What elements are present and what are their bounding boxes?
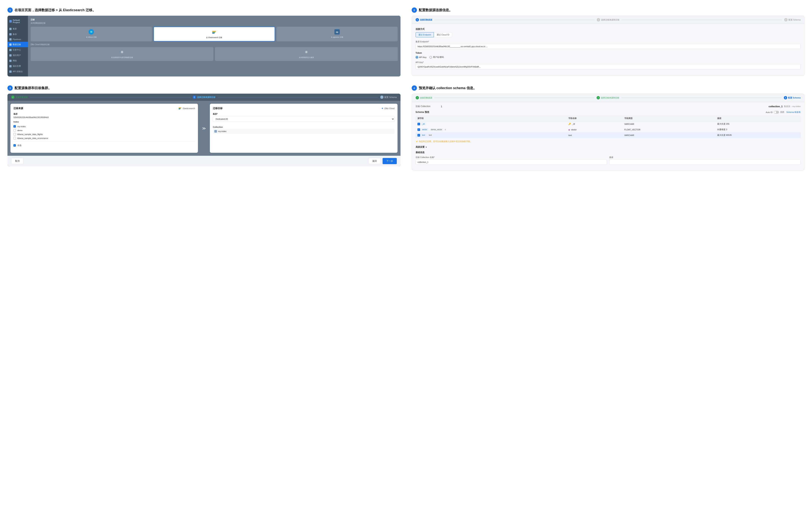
radio-user-pass[interactable]: 用户名/密码 <box>430 56 444 59</box>
step4-wizard-label2: 选择迁移来源和目标 <box>601 97 619 99</box>
back-button[interactable]: 返回 <box>368 158 381 164</box>
row-check-1[interactable]: ✓ <box>418 123 420 125</box>
sidebar-item-cluster[interactable]: 集群 <box>8 26 28 31</box>
tag-text-source: text <box>421 134 426 136</box>
field-type-3: VARCHAR <box>623 132 715 138</box>
card-elasticsearch[interactable]: 从 Elasticsearch 迁移 <box>154 27 275 41</box>
field-name-1: _id <box>572 123 575 125</box>
es-logo-small <box>179 107 181 109</box>
es-card-label: 从 Elasticsearch 迁移 <box>155 36 273 39</box>
tag-dense: dense_vector <box>430 128 443 131</box>
next-button[interactable]: 下一步 <box>382 158 397 164</box>
index-label-my-index: my-index <box>17 125 26 128</box>
sidebar-item-tasks[interactable]: 任务中心 <box>8 47 28 53</box>
step3-badge: 3 <box>8 85 13 91</box>
index-item-select-all[interactable]: 全选 <box>13 143 195 148</box>
index-item-my-index[interactable]: my-index <box>13 125 195 128</box>
step3-wizard-label3: 配置 Schema <box>385 96 396 99</box>
checkbox-demo[interactable] <box>13 129 16 131</box>
step3-wizard-step2: 2 选择迁移来源和目标 <box>193 96 215 99</box>
schema-mapping-link[interactable]: Schema 映射表 <box>786 111 801 114</box>
index-list: my-index demo kibana_sample_data_flights <box>13 125 195 148</box>
api-key-group: API Key* <box>416 61 801 69</box>
target-cluster-label: 集群* <box>213 113 394 115</box>
step3-content: 迁移来源 Elasticsearch 集群 52b93261f1f <box>8 101 401 156</box>
sidebar-item-network[interactable]: 网络 <box>8 58 28 63</box>
wizard-step-label-3: 配置 Schema <box>788 18 801 21</box>
advanced-settings-label: 高级设置 <box>416 146 424 149</box>
target-collection-row: 目标 Collection 1 collection_1 数据源：my-inde… <box>416 105 801 108</box>
sidebar-item-api[interactable]: API 控制台 <box>8 69 28 74</box>
card-external-cluster[interactable]: ✳ 从外部组织迁入集群 <box>215 47 398 61</box>
schema-content: 目标 Collection 1 collection_1 数据源：my-inde… <box>412 102 804 170</box>
checkbox-flights[interactable] <box>13 133 16 135</box>
sidebar-item-backup[interactable]: 备份 <box>8 31 28 37</box>
description-label: 描述 <box>609 156 801 159</box>
zilliz-star-icon: ✦ <box>381 107 383 110</box>
field-type-2: FLOAT_VECTOR <box>623 127 715 132</box>
index-item-flights[interactable]: kibana_sample_data_flights <box>13 132 195 136</box>
step3-wizard-num3: 3 <box>380 96 383 99</box>
target-collection-section: Collection my-index <box>213 126 394 134</box>
description-input[interactable] <box>609 160 801 165</box>
index-item-demo[interactable]: demo <box>13 128 195 132</box>
connection-tabs[interactable]: 通过 Endpoint 通过 Cloud ID <box>416 32 801 37</box>
sidebar-item-pipelines[interactable]: Pipelines <box>8 37 28 42</box>
step4-panel: ✓ 连接至数据源 ✓ 选择迁移来源和目标 3 配置 Schema 目标 Coll… <box>412 93 805 171</box>
alerts-icon <box>9 65 12 67</box>
api-icon <box>9 71 12 73</box>
endpoint-input[interactable] <box>416 44 801 49</box>
description-group: 描述 <box>609 156 801 165</box>
step2-title-text: 配置数据源连接信息。 <box>419 8 452 12</box>
card-pgvector[interactable]: pg 从 pgvector 迁移 <box>276 27 398 41</box>
target-cluster-select[interactable]: Dedicated-03 <box>213 116 394 122</box>
project-icon <box>9 20 12 23</box>
external-cluster-label: 从外部组织迁入集群 <box>216 56 396 59</box>
card-cross-cluster[interactable]: ✳ 在当前组织中进行跨集群迁移 <box>31 47 213 61</box>
token-radio-group: API Key 用户名/密码 <box>416 56 801 59</box>
tab-cloud-id[interactable]: 通过 Cloud ID <box>434 32 452 37</box>
step3-wizard-label1: 连接至数据源 <box>15 96 28 99</box>
step3-wizard-step3: 3 配置 Schema <box>380 96 396 99</box>
sidebar-item-migration[interactable]: 数据迁移 <box>8 42 28 47</box>
row-check-3[interactable]: ✓ <box>418 134 420 136</box>
data-source-label: 数据源：my-index <box>784 105 801 108</box>
checkbox-ecommerce[interactable] <box>13 137 16 139</box>
chevron-down-icon: ∨ <box>425 146 427 148</box>
card-milvus[interactable]: M 从 Milvus 迁移 <box>31 27 152 41</box>
checkbox-my-index[interactable] <box>13 125 16 128</box>
api-key-input[interactable] <box>416 64 801 69</box>
collection-name-input[interactable] <box>416 160 607 165</box>
source-title: 迁移来源 <box>13 107 23 110</box>
index-item-ecommerce[interactable]: kibana_sample_data_ecommerce <box>13 136 195 140</box>
sidebar-item-label: Pipelines <box>13 38 21 41</box>
wizard-divider-2 <box>622 20 782 20</box>
index-label-ecommerce: kibana_sample_data_ecommerce <box>17 137 48 139</box>
step2-section: 2 配置数据源连接信息。 1 连接至数据源 2 选择迁移来源和目标 3 配置 S… <box>412 8 805 76</box>
table-row: ✓ _id 🔑 _id VARCHAR 最大长度 255 <box>416 121 801 127</box>
step4-wizard-step2: ✓ 选择迁移来源和目标 <box>597 96 619 99</box>
cancel-button[interactable]: 取消 <box>11 158 24 164</box>
radio-user-pass-label: 用户名/密码 <box>433 56 444 59</box>
advanced-settings[interactable]: 高级设置 ∨ <box>416 146 801 149</box>
migration-cards-row2: ✳ 在当前组织中进行跨集群迁移 ✳ 从外部组织迁入集群 <box>31 47 398 61</box>
radio-api-key[interactable]: API Key <box>416 56 426 59</box>
row-check-2[interactable]: ✓ <box>418 128 420 131</box>
dynamic-note: ⚡ 动态列已启用。您可以在数据插入过程中灵活添加新字段。 <box>416 140 801 143</box>
index-label: Index <box>13 121 195 123</box>
pgvector-card-icon: pg <box>334 29 340 35</box>
tab-endpoint[interactable]: 通过 Endpoint <box>416 32 434 37</box>
connection-form: 连接方式 通过 Endpoint 通过 Cloud ID 集群 Endpoint… <box>412 24 804 76</box>
auto-id-toggle[interactable] <box>774 111 779 114</box>
sidebar-item-alerts[interactable]: 项目告警 <box>8 63 28 69</box>
sidebar-item-label: 备份 <box>13 33 17 35</box>
checkbox-select-all[interactable] <box>13 144 16 147</box>
index-label-flights: kibana_sample_data_flights <box>17 133 43 135</box>
target-collection-label: 目标 Collection <box>416 105 438 108</box>
step1-section: 1 在项目页面，选择数据迁移 > 从 Elasticsearch 迁移。 Def… <box>8 8 401 76</box>
api-key-label: API Key* <box>416 61 801 63</box>
external-cluster-icon: ✳ <box>303 49 309 55</box>
key-icon: 🔑 <box>568 123 571 125</box>
sidebar-item-users[interactable]: 项目用户 <box>8 53 28 58</box>
step4-badge: 4 <box>412 85 417 91</box>
